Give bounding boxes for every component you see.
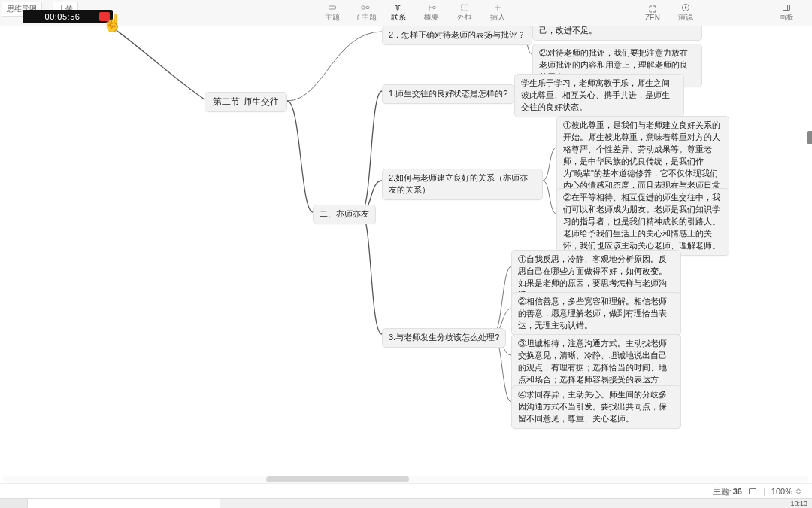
toolbar-topic[interactable]: 主题 [316,0,349,26]
node-b2-q3-a2[interactable]: ②相信善意，多些宽容和理解。相信老师的善意，愿意理解老师，做到有理恰当表达，无理… [511,292,681,336]
mindmap-canvas[interactable]: 第二节 师生交往 2．怎样正确对待老师的表扬与批评？ 己，改进不足。 ②对待老师… [0,26,812,487]
horizontal-scrollbar[interactable] [3,476,809,483]
recorder-bar[interactable]: 00:05:56 [23,10,113,23]
node-a1[interactable]: 2．怎样正确对待老师的表扬与批评？ [382,26,532,45]
play-icon [680,3,691,12]
toolbar-label: 演说 [678,12,693,23]
summary-icon [426,3,437,12]
node-b2-q2[interactable]: 2.如何与老师建立良好的关系（亦师亦友的关系） [382,169,543,200]
node-label: ④求同存异，主动关心。师生间的分歧多因沟通方式不当引发。要找出共同点，保留不同意… [518,390,667,423]
node-label: 第二节 师生交往 [213,96,278,107]
toolbar-label: ZEN [645,14,660,22]
os-taskbar[interactable]: 18:13 [0,498,812,508]
toolbar-subtopic[interactable]: 子主题 [349,0,382,26]
zoom-indicator[interactable]: 100% [771,487,803,496]
toolbar-present[interactable]: 演说 [669,0,702,26]
svg-rect-1 [362,6,365,9]
map-icon [748,487,757,496]
node-label: 3.与老师发生分歧该怎么处理? [389,333,499,342]
scrollbar-thumb[interactable] [266,476,409,482]
zoom-stepper-icon[interactable] [794,487,803,496]
toolbar-label: 画板 [779,12,794,23]
node-b2-q3-a4[interactable]: ④求同存异，主动关心。师生间的分歧多因沟通方式不当引发。要找出共同点，保留不同意… [511,385,681,429]
taskbar-start[interactable] [0,499,28,508]
recorder-time: 00:05:56 [26,12,99,21]
node-b2-q1[interactable]: 1.师生交往的良好状态是怎样的? [382,84,514,104]
taskbar-clock: 18:13 [790,500,812,507]
svg-rect-6 [783,5,790,11]
topic-icon [327,3,338,12]
toolbar-label: 概要 [424,12,439,23]
boundary-icon [459,3,470,12]
topic-count-label: 主题: [713,486,732,497]
node-b2-q2-a2[interactable]: ②在平等相待、相互促进的师生交往中，我们可以和老师成为朋友。老师是我们知识学习的… [556,188,729,256]
subtopic-icon [360,3,371,12]
node-root[interactable]: 第二节 师生交往 [205,92,287,112]
top-toolbar: 主题 子主题 联系 概要 外框 插入 ZEN 演说 画板 [0,0,812,26]
toolbar-label: 联系 [391,12,406,23]
zoom-value: 100% [771,487,792,496]
svg-rect-3 [433,7,435,9]
format-panel-handle[interactable] [807,131,812,144]
node-b2-q1-a[interactable]: 学生乐于学习，老师寓教于乐，师生之间彼此尊重、相互关心、携手共进，是师生交往的良… [514,74,684,117]
link-icon [393,3,404,12]
node-label: ②相信善意，多些宽容和理解。相信老师的善意，愿意理解老师，做到有理恰当表达，无理… [518,297,667,330]
node-label: 1.师生交往的良好状态是怎样的? [389,89,508,98]
toolbar-label: 插入 [490,12,505,23]
toolbar-zen[interactable]: ZEN [636,0,669,26]
svg-rect-2 [366,7,369,9]
status-bar: 主题: 36 | 100% [0,483,812,499]
plus-icon [492,3,503,12]
svg-rect-7 [750,489,756,494]
toolbar-label: 主题 [325,12,340,23]
node-a1-c2-tail[interactable]: 己，改进不足。 [532,26,702,41]
toolbar-label: 子主题 [354,12,377,23]
node-label: 2.如何与老师建立良好的关系（亦师亦友的关系） [389,173,528,194]
toolbar-boundary[interactable]: 外框 [448,0,481,26]
node-label: ②在平等相待、相互促进的师生交往中，我们可以和老师成为朋友。老师是我们知识学习的… [563,193,720,250]
toolbar-link[interactable]: 联系 [382,0,415,26]
node-label: 二、亦师亦友 [320,209,369,218]
svg-rect-0 [329,6,336,9]
topic-count-value: 36 [733,487,742,496]
node-b2-q3[interactable]: 3.与老师发生分歧该怎么处理? [382,328,506,348]
map-overview-button[interactable] [748,487,757,496]
toolbar-insert[interactable]: 插入 [481,0,514,26]
toolbar-summary[interactable]: 概要 [415,0,448,26]
node-label: 己，改进不足。 [539,26,597,35]
topic-count: 主题: 36 [713,486,742,497]
svg-rect-4 [462,5,468,11]
taskbar-apps[interactable] [28,499,220,508]
record-icon[interactable] [99,12,110,21]
node-label: 学生乐于学习，老师寓教于乐，师生之间彼此尊重、相互关心、携手共进，是师生交往的良… [521,78,670,111]
toolbar-panel[interactable]: 画板 [770,0,803,26]
zen-icon [647,5,658,14]
node-label: 2．怎样正确对待老师的表扬与批评？ [389,30,526,39]
panel-icon [781,3,792,12]
recorder-overlay: 思维导图 上传 00:05:56 ☝ [2,2,111,23]
toolbar-label: 外框 [457,12,472,23]
node-b2[interactable]: 二、亦师亦友 [313,205,376,224]
